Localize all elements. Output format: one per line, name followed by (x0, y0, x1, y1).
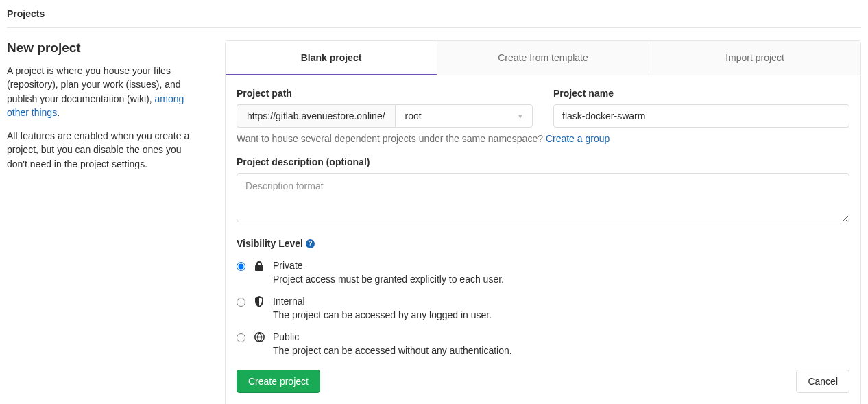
group-hint-text: Want to house several dependent projects… (237, 133, 546, 144)
chevron-down-icon: ▾ (518, 112, 522, 121)
visibility-public-desc: The project can be accessed without any … (273, 345, 512, 356)
help-icon[interactable]: ? (306, 239, 315, 248)
visibility-internal-desc: The project can be accessed by any logge… (273, 309, 492, 320)
project-description-label: Project description (optional) (237, 156, 849, 167)
lock-icon (254, 261, 265, 272)
project-type-tabs: Blank project Create from template Impor… (226, 41, 860, 75)
visibility-private-title: Private (273, 260, 504, 271)
sidebar-description-2: All features are enabled when you create… (7, 129, 204, 171)
tab-create-from-template[interactable]: Create from template (437, 41, 649, 75)
project-name-input[interactable] (553, 104, 849, 128)
project-path-label: Project path (237, 88, 533, 99)
tab-import-project[interactable]: Import project (649, 41, 860, 75)
shield-icon (254, 296, 265, 307)
visibility-level-label: Visibility Level (237, 238, 303, 249)
project-description-input[interactable] (237, 173, 849, 222)
group-hint: Want to house several dependent projects… (237, 133, 849, 144)
create-project-button[interactable]: Create project (237, 370, 320, 393)
page-title: New project (7, 40, 204, 56)
tab-blank-project[interactable]: Blank project (226, 41, 437, 75)
breadcrumb[interactable]: Projects (7, 5, 861, 28)
visibility-public-radio[interactable] (237, 333, 245, 342)
main-panel: Blank project Create from template Impor… (225, 40, 861, 404)
sidebar: New project A project is where you house… (7, 40, 204, 404)
visibility-internal-radio[interactable] (237, 298, 245, 307)
create-a-group-link[interactable]: Create a group (546, 133, 610, 144)
globe-icon (254, 332, 265, 342)
visibility-private-radio[interactable] (237, 262, 245, 271)
visibility-private-desc: Project access must be granted explicitl… (273, 274, 504, 285)
cancel-button[interactable]: Cancel (796, 370, 849, 393)
visibility-public-title: Public (273, 331, 512, 342)
sidebar-description-1: A project is where you house your files … (7, 64, 204, 119)
project-name-label: Project name (553, 88, 849, 99)
namespace-select[interactable]: root ▾ (395, 104, 533, 128)
project-path-prefix: https://gitlab.avenuestore.online/ (237, 104, 395, 128)
visibility-internal-title: Internal (273, 296, 492, 307)
namespace-selected-value: root (405, 110, 422, 121)
sidebar-desc-period: . (57, 107, 60, 118)
